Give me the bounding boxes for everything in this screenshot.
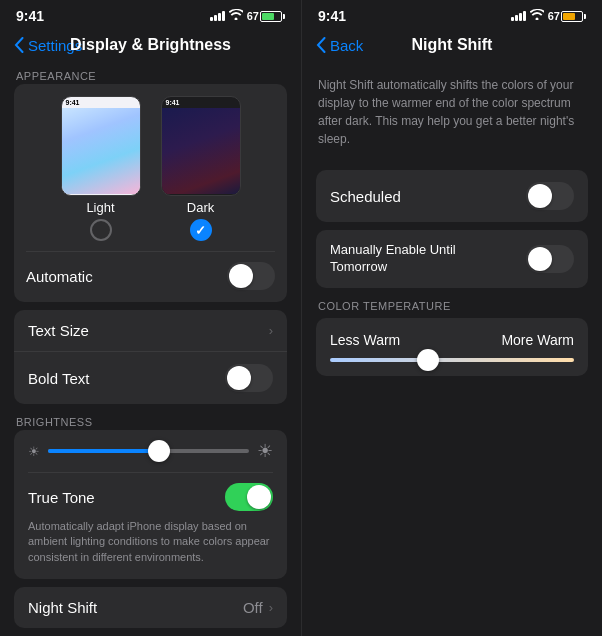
- light-label: Light: [86, 200, 114, 215]
- battery-pct-right: 67: [548, 10, 560, 22]
- automatic-row: Automatic: [26, 251, 275, 290]
- less-warm-label: Less Warm: [330, 332, 400, 348]
- color-temp-slider[interactable]: [330, 358, 574, 362]
- more-warm-label: More Warm: [501, 332, 574, 348]
- brightness-fill: [48, 449, 159, 453]
- theme-light[interactable]: 9:41 Light: [61, 96, 141, 241]
- light-wallpaper: [62, 108, 140, 194]
- status-bar-left: 9:41 67: [0, 0, 301, 28]
- brightness-thumb: [148, 440, 170, 462]
- signal-icon-right: [511, 11, 526, 21]
- night-shift-value: Off: [243, 599, 263, 616]
- dark-label: Dark: [187, 200, 214, 215]
- page-title-right: Night Shift: [412, 36, 493, 54]
- text-cell-group: Text Size › Bold Text: [14, 310, 287, 404]
- temp-labels: Less Warm More Warm: [330, 332, 574, 348]
- color-temp-thumb: [417, 349, 439, 371]
- manually-toggle[interactable]: [526, 245, 574, 273]
- night-shift-label: Night Shift: [28, 599, 97, 616]
- true-tone-toggle[interactable]: [225, 483, 273, 511]
- manually-label: Manually Enable Until Tomorrow: [330, 242, 510, 276]
- left-panel: 9:41 67 Settings Display &: [0, 0, 301, 636]
- brightness-section-label: BRIGHTNESS: [0, 402, 109, 434]
- manually-group: Manually Enable Until Tomorrow: [316, 230, 588, 288]
- night-shift-chevron: ›: [269, 600, 273, 615]
- scheduled-label: Scheduled: [330, 188, 401, 205]
- night-shift-row[interactable]: Night Shift Off ›: [14, 587, 287, 628]
- time-right: 9:41: [318, 8, 346, 24]
- nav-bar-left: Settings Display & Brightness: [0, 28, 301, 66]
- true-tone-description: Automatically adapt iPhone display based…: [28, 513, 273, 569]
- wifi-icon: [229, 9, 243, 23]
- status-bar-right: 9:41 67: [302, 0, 602, 28]
- nav-bar-right: Back Night Shift: [302, 28, 602, 66]
- brightness-slider[interactable]: [48, 449, 249, 453]
- scheduled-row: Scheduled: [316, 170, 588, 222]
- color-temp-label: COLOR TEMPERATURE: [302, 286, 467, 318]
- right-panel: 9:41 67 Back Night Shift: [301, 0, 602, 636]
- true-tone-label: True Tone: [28, 489, 95, 506]
- battery-pct-left: 67: [247, 10, 259, 22]
- bold-text-toggle[interactable]: [225, 364, 273, 392]
- manually-row: Manually Enable Until Tomorrow: [316, 230, 588, 288]
- sun-small-icon: ☀: [28, 444, 40, 459]
- night-shift-group: Night Shift Off ›: [14, 587, 287, 628]
- sun-large-icon: ☀: [257, 440, 273, 462]
- theme-options: 9:41 Light 9:41 Dark: [26, 96, 275, 241]
- brightness-section: ☀ ☀ True Tone Automatically adapt iPhone…: [14, 430, 287, 579]
- back-label-right: Back: [330, 37, 363, 54]
- bold-text-label: Bold Text: [28, 370, 89, 387]
- appearance-group: 9:41 Light 9:41 Dark Automatic: [14, 84, 287, 302]
- true-tone-row: True Tone: [28, 472, 273, 513]
- automatic-label: Automatic: [26, 268, 93, 285]
- battery-icon-right: 67: [548, 10, 586, 22]
- light-preview: 9:41: [61, 96, 141, 196]
- status-icons-left: 67: [210, 9, 285, 23]
- page-title-left: Display & Brightness: [70, 36, 231, 54]
- bold-text-row: Bold Text: [14, 352, 287, 404]
- color-temp-group: Less Warm More Warm: [316, 318, 588, 376]
- signal-icon: [210, 11, 225, 21]
- time-left: 9:41: [16, 8, 44, 24]
- mock-time-light: 9:41: [62, 97, 140, 108]
- status-icons-right: 67: [511, 9, 586, 23]
- text-size-row[interactable]: Text Size ›: [14, 310, 287, 352]
- mock-time-dark: 9:41: [162, 97, 240, 108]
- dark-preview: 9:41: [161, 96, 241, 196]
- dark-radio[interactable]: [190, 219, 212, 241]
- scheduled-toggle[interactable]: [526, 182, 574, 210]
- brightness-slider-row: ☀ ☀: [28, 440, 273, 462]
- theme-dark[interactable]: 9:41 Dark: [161, 96, 241, 241]
- back-button-right[interactable]: Back: [316, 37, 363, 54]
- scheduled-group: Scheduled: [316, 170, 588, 222]
- automatic-toggle[interactable]: [227, 262, 275, 290]
- text-size-right: ›: [269, 323, 273, 338]
- dark-wallpaper: [162, 108, 240, 194]
- night-shift-description: Night Shift automatically shifts the col…: [302, 66, 602, 162]
- night-shift-right: Off ›: [243, 599, 273, 616]
- text-size-chevron: ›: [269, 323, 273, 338]
- light-radio[interactable]: [90, 219, 112, 241]
- wifi-icon-right: [530, 9, 544, 23]
- battery-icon: 67: [247, 10, 285, 22]
- text-size-label: Text Size: [28, 322, 89, 339]
